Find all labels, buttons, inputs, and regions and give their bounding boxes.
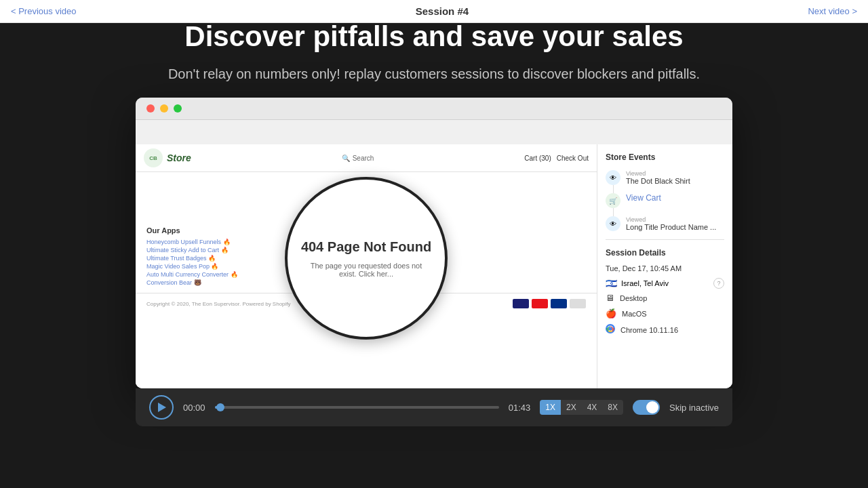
chrome-icon (606, 324, 615, 336)
skip-inactive-label: Skip inactive (669, 403, 719, 413)
speed-2x[interactable]: 2X (561, 400, 582, 415)
store-cart-area: Cart (30) Check Out (524, 155, 589, 162)
speed-8x[interactable]: 8X (602, 400, 623, 415)
fullscreen-dot[interactable] (174, 104, 182, 113)
toggle-knob (646, 401, 658, 413)
magnifier-error-title: 404 Page Not Found (301, 239, 431, 255)
payment-icon (551, 299, 567, 308)
view-cart-button[interactable]: View Cart (626, 193, 661, 203)
magnifier-overlay: 404 Page Not Found The page you requeste… (285, 177, 448, 340)
play-button[interactable] (149, 395, 174, 420)
browser-chrome-bar: < Previous video Session #4 Next video >… (136, 98, 732, 388)
apple-icon: 🍎 (606, 308, 616, 319)
magnifier-error-desc: The page you requested does not exist. C… (288, 262, 445, 278)
event-label-1: Viewed (626, 170, 690, 177)
player-controls: 00:00 01:43 1X 2X 4X 8X Skip inactive (136, 388, 732, 426)
device-text: Desktop (620, 294, 647, 302)
time-end: 01:43 (509, 403, 531, 413)
event-item-viewed-2: 👁 Viewed Long Title Product Name ... (606, 216, 724, 231)
session-date: Tue, Dec 17, 10:45 AM (606, 264, 724, 272)
eye-icon-2: 👁 (606, 216, 620, 231)
payment-icon (570, 299, 586, 308)
session-os: 🍎 MacOS (606, 308, 724, 319)
search-icon: 🔍 (342, 155, 350, 162)
payment-icon (532, 299, 548, 308)
content-area: CB Store 🔍 Search Cart (30) Check Out (136, 144, 732, 388)
store-header: CB Store 🔍 Search Cart (30) Check Out (136, 144, 597, 172)
event-value-2: Long Title Product Name ... (626, 223, 716, 231)
browser-window: < Previous video Session #4 Next video >… (136, 98, 732, 426)
session-browser: Chrome 10.11.16 (606, 324, 724, 336)
os-text: MacOS (622, 310, 647, 318)
logo-text: Store (167, 152, 191, 163)
video-area: CB Store 🔍 Search Cart (30) Check Out (136, 144, 597, 388)
right-panel: Store Events 👁 Viewed The Dot Black Shir… (597, 144, 732, 388)
help-icon[interactable]: ? (713, 278, 724, 289)
events-section-title: Store Events (606, 152, 724, 162)
cart-icon: 🛒 (606, 193, 620, 208)
speed-4x[interactable]: 4X (582, 400, 603, 415)
progress-dot (216, 403, 224, 411)
close-dot[interactable] (146, 104, 155, 113)
session-country: 🇮🇱 Israel, Tel Aviv ? (606, 278, 724, 289)
progress-bar[interactable] (215, 406, 499, 409)
play-icon (158, 403, 166, 412)
payment-icons (513, 299, 586, 308)
store-logo: CB Store (144, 148, 191, 167)
speed-buttons: 1X 2X 4X 8X (540, 400, 623, 415)
browser-chrome (136, 98, 732, 120)
cart-label[interactable]: Cart (30) (524, 155, 551, 162)
event-item-viewed-1: 👁 Viewed The Dot Black Shirt (606, 170, 724, 185)
event-item-cart: 🛒 View Cart (606, 193, 724, 208)
country-flag: 🇮🇱 (606, 278, 617, 289)
time-start: 00:00 (183, 403, 205, 413)
browser-text: Chrome 10.11.16 (620, 326, 678, 334)
eye-icon-1: 👁 (606, 170, 620, 185)
desktop-icon: 🖥 (606, 293, 614, 303)
store-mockup: CB Store 🔍 Search Cart (30) Check Out (136, 144, 597, 388)
page-subtitle: Don't relay on numbers only! replay cust… (168, 64, 700, 84)
event-value-1: The Dot Black Shirt (626, 177, 690, 185)
event-label-2: Viewed (626, 216, 716, 223)
search-text: Search (353, 155, 374, 162)
minimize-dot[interactable] (160, 104, 168, 113)
svg-point-2 (609, 327, 612, 331)
session-device: 🖥 Desktop (606, 293, 724, 303)
page-title: Discover pitfalls and save your sales (168, 20, 700, 53)
country-text: Israel, Tel Aviv (621, 279, 669, 287)
panel-divider (606, 239, 724, 240)
payment-icon (513, 299, 529, 308)
logo-circle: CB (144, 148, 163, 167)
details-section-title: Session Details (606, 248, 724, 258)
speed-1x[interactable]: 1X (540, 400, 561, 415)
skip-inactive-toggle[interactable] (633, 400, 660, 415)
store-search: 🔍 Search (342, 155, 374, 162)
checkout-label[interactable]: Check Out (557, 155, 589, 162)
footer-text: Copyright © 2020, The Eon Supervisor. Po… (146, 301, 291, 307)
